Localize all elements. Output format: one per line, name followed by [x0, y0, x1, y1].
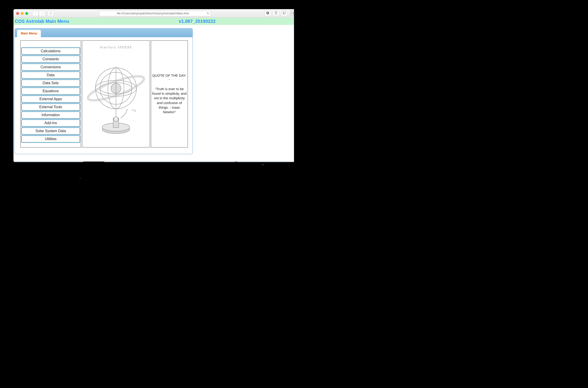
reload-icon[interactable]: ↻ [207, 12, 209, 15]
quote-text: "Truth is ever to be found in simplicity… [152, 87, 187, 115]
version-label: v1.087_20190222 [179, 19, 216, 24]
tab-main-menu[interactable]: Main Menu [17, 30, 41, 37]
url-text: file:///Users/alchymylab/Sites/Alchymy/A… [117, 12, 189, 15]
menu-data[interactable]: Data [21, 72, 80, 79]
menu-column: Calculations Constants Conversions Data … [20, 40, 81, 147]
browser-window: ‹ › ◫ file:///Users/alchymylab/Sites/Alc… [13, 9, 294, 162]
maximize-window-button[interactable] [25, 12, 28, 15]
menu-utilities[interactable]: Utilities [21, 135, 80, 143]
menu-conversions[interactable]: Conversions [21, 63, 80, 71]
download-icon [266, 11, 269, 15]
svg-text:Fig: Fig [132, 108, 136, 112]
page-title: COS Astrolab Main Menu [15, 19, 69, 24]
close-window-button[interactable] [16, 12, 19, 15]
sidebar-toggle-button[interactable]: ◫ [48, 11, 54, 16]
menu-constants[interactable]: Constants [21, 55, 80, 63]
svg-rect-3 [284, 12, 286, 14]
forward-button[interactable]: › [39, 11, 45, 16]
svg-point-16 [114, 117, 118, 121]
menu-add-ins[interactable]: Add-Ins [21, 119, 80, 127]
minimize-window-button[interactable] [21, 12, 24, 15]
quote-column: QUOTE OF THE DAY: - "Truth is ever to be… [151, 40, 188, 147]
menu-information[interactable]: Information [21, 111, 80, 119]
armillary-sphere-icon: Fig [86, 54, 146, 139]
main-panel: Main Menu Calculations Constants Convers… [14, 28, 193, 154]
new-tab-button[interactable]: + [290, 10, 294, 17]
plus-icon: + [293, 11, 294, 16]
illustration-column: Armillary SPHERE [82, 40, 150, 147]
downloads-button[interactable] [265, 11, 271, 16]
html5-icon: HTML [234, 161, 240, 162]
browser-titlebar: ‹ › ◫ file:///Users/alchymylab/Sites/Alc… [13, 9, 294, 18]
support-project-button[interactable]: ✿ Support this project [83, 161, 104, 162]
tab-strip: Main Menu [15, 28, 193, 37]
html5-badge: HTML - mMain [234, 161, 252, 162]
menu-calculations[interactable]: Calculations [21, 48, 80, 55]
menu-external-apps[interactable]: External Apps [21, 96, 80, 103]
share-button[interactable] [273, 11, 279, 16]
sidebar-icon: ◫ [49, 12, 52, 15]
share-icon [275, 11, 277, 15]
page-content: COS Astrolab Main Menu v1.087_20190222 M… [13, 18, 294, 162]
menu-external-tools[interactable]: External Tools [21, 103, 80, 111]
footer-bar: Last updated 03/09/2019 23:16:58 ✿ Suppo… [14, 161, 294, 162]
tabs-button[interactable] [281, 11, 287, 16]
menu-data-sets[interactable]: Data Sets [21, 79, 80, 87]
page-header: COS Astrolab Main Menu v1.087_20190222 [13, 18, 294, 25]
nav-button-group: ‹ › [32, 11, 45, 16]
menu-equations[interactable]: Equations [21, 87, 80, 95]
back-button[interactable]: ‹ [32, 11, 39, 16]
address-bar[interactable]: file:///Users/alchymylab/Sites/Alchymy/A… [99, 11, 211, 16]
illustration-caption: Armillary SPHERE [100, 46, 132, 49]
chevron-left-icon: ‹ [35, 12, 36, 15]
quote-heading: QUOTE OF THE DAY: - [152, 73, 187, 81]
window-controls [16, 12, 28, 15]
menu-solar-system-data[interactable]: Solar System Data [21, 127, 80, 135]
chevron-right-icon: › [42, 12, 43, 15]
svg-text:HTML: HTML [235, 161, 238, 162]
tabs-icon [283, 12, 286, 15]
